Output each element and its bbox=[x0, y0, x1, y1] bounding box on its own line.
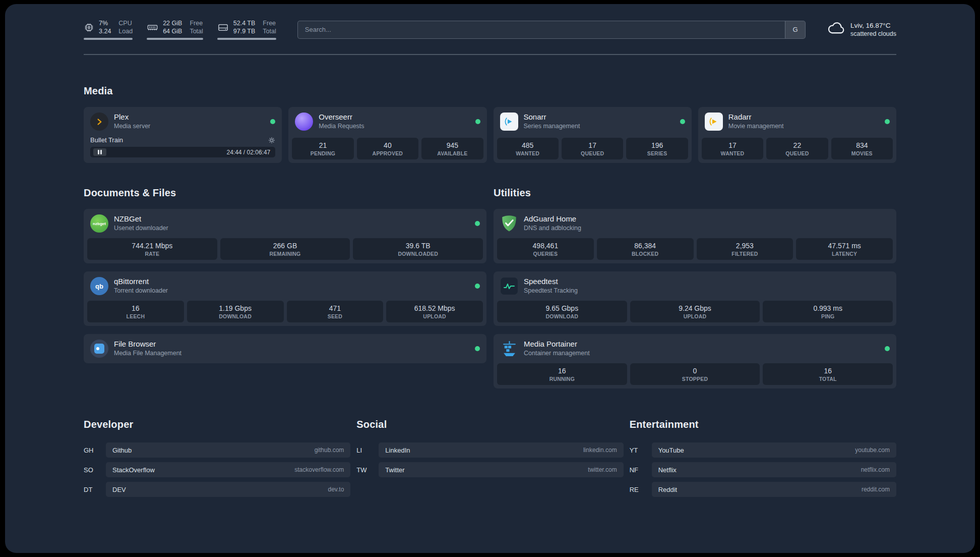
memory-total-label: Total bbox=[190, 27, 203, 35]
memory-widget: 22 GiB Free 64 GiB Total bbox=[147, 19, 203, 40]
disk-total-value: 97.9 TB bbox=[233, 27, 256, 35]
service-title: Media Portainer bbox=[524, 340, 590, 349]
status-online-dot bbox=[475, 221, 480, 226]
stat-latency: 47.571 ms LATENCY bbox=[796, 238, 893, 260]
stat-queued: 22 QUEUED bbox=[766, 138, 828, 159]
speedtest-service-link[interactable]: Speedtest Speedtest Tracking bbox=[494, 271, 896, 301]
search-provider-button[interactable]: G bbox=[785, 21, 805, 38]
service-title: AdGuard Home bbox=[524, 214, 581, 224]
filebrowser-icon bbox=[90, 340, 108, 358]
stat-running: 16 RUNNING bbox=[497, 363, 627, 385]
qbittorrent-stats: 16 LEECH 1.19 Gbps DOWNLOAD 471 SEED 618… bbox=[84, 301, 486, 326]
stat-queries: 498,461 QUERIES bbox=[497, 238, 594, 260]
portainer-service-link[interactable]: Media Portainer Container management bbox=[494, 334, 896, 363]
nzbget-service-link[interactable]: nzbget NZBGet Usenet downloader bbox=[84, 209, 486, 238]
filebrowser-service-link[interactable]: File Browser Media File Management bbox=[84, 334, 486, 363]
cloud-icon bbox=[827, 21, 845, 37]
service-card-sonarr: Sonarr Series management 485 WANTED 17 Q… bbox=[494, 107, 692, 163]
documents-section: Documents & Files nzbget NZBGet Usenet d… bbox=[84, 187, 486, 363]
memory-usage-bar bbox=[147, 38, 203, 40]
status-online-dot bbox=[885, 346, 890, 351]
pause-button[interactable] bbox=[93, 148, 106, 156]
section-heading-documents: Documents & Files bbox=[84, 187, 486, 199]
memory-total-value: 64 GiB bbox=[163, 27, 182, 35]
bookmark-stackoverflow[interactable]: StackOverflow stackoverflow.com bbox=[106, 462, 350, 477]
disk-widget: 52.4 TB Free 97.9 TB Total bbox=[217, 19, 276, 40]
overseerr-service-link[interactable]: Overseerr Media Requests bbox=[288, 107, 486, 136]
stat-filtered: 2,953 FILTERED bbox=[697, 238, 793, 260]
bookmark-abbr: GH bbox=[84, 447, 106, 454]
stat-rate: 744.21 Mbps RATE bbox=[87, 238, 217, 260]
media-section: Media Plex Media server Bullet Train bbox=[84, 85, 896, 163]
disk-icon bbox=[217, 22, 229, 33]
stat-upload: 618.52 Mbps UPLOAD bbox=[386, 301, 483, 322]
section-heading-utilities: Utilities bbox=[494, 187, 896, 199]
stat-download: 9.65 Gbps DOWNLOAD bbox=[497, 301, 627, 322]
speedtest-graph-icon bbox=[500, 277, 518, 295]
entertainment-section: Entertainment YT YouTube youtube.com NF … bbox=[630, 419, 896, 502]
bookmark-row: DT DEV dev.to bbox=[84, 482, 350, 497]
service-subtitle: Usenet downloader bbox=[114, 225, 168, 233]
now-playing-title: Bullet Train bbox=[90, 136, 123, 144]
portainer-crane-icon bbox=[500, 340, 518, 358]
service-title: File Browser bbox=[114, 340, 181, 349]
stat-download: 1.19 Gbps DOWNLOAD bbox=[187, 301, 284, 322]
stat-available: 945 AVAILABLE bbox=[421, 138, 483, 159]
stat-wanted: 17 WANTED bbox=[702, 138, 763, 159]
bookmark-dev[interactable]: DEV dev.to bbox=[106, 482, 350, 497]
stat-queued: 17 QUEUED bbox=[562, 138, 623, 159]
radarr-stats: 17 WANTED 22 QUEUED 834 MOVIES bbox=[698, 138, 896, 163]
memory-free-label: Free bbox=[190, 19, 203, 27]
section-heading-social: Social bbox=[356, 419, 623, 430]
disk-usage-bar bbox=[217, 38, 276, 40]
plex-icon bbox=[90, 113, 108, 131]
bookmark-youtube[interactable]: YouTube youtube.com bbox=[652, 442, 896, 458]
sonarr-service-link[interactable]: Sonarr Series management bbox=[494, 107, 692, 136]
section-heading-developer: Developer bbox=[84, 419, 350, 430]
bookmark-linkedin[interactable]: LinkedIn linkedin.com bbox=[379, 442, 623, 458]
radarr-service-link[interactable]: Radarr Movie management bbox=[698, 107, 896, 136]
topbar-divider bbox=[84, 54, 896, 55]
bookmark-abbr: NF bbox=[630, 466, 652, 474]
service-card-speedtest: Speedtest Speedtest Tracking 9.65 Gbps D… bbox=[494, 271, 896, 326]
memory-icon bbox=[147, 22, 158, 33]
bookmark-row: SO StackOverflow stackoverflow.com bbox=[84, 462, 350, 477]
playback-progress-bar[interactable]: 24:44 / 02:06:47 bbox=[90, 147, 275, 157]
cpu-widget: 7% CPU 3.24 Load bbox=[84, 19, 133, 40]
nzbget-stats: 744.21 Mbps RATE 266 GB REMAINING 39.6 T… bbox=[84, 238, 486, 263]
service-subtitle: Speedtest Tracking bbox=[524, 287, 578, 295]
service-title: Speedtest bbox=[524, 277, 578, 286]
stat-remaining: 266 GB REMAINING bbox=[220, 238, 350, 260]
disk-free-value: 52.4 TB bbox=[233, 19, 256, 27]
status-online-dot bbox=[475, 346, 480, 351]
adguard-service-link[interactable]: AdGuard Home DNS and adblocking bbox=[494, 209, 896, 238]
bookmark-twitter[interactable]: Twitter twitter.com bbox=[379, 462, 623, 477]
cpu-usage-bar bbox=[84, 38, 133, 40]
sonarr-icon bbox=[500, 113, 518, 131]
search-input[interactable] bbox=[298, 21, 785, 38]
cpu-percent: 7% bbox=[99, 19, 111, 27]
utilities-section: Utilities AdGuard Home bbox=[494, 187, 896, 388]
disk-total-label: Total bbox=[263, 27, 276, 35]
disk-free-label: Free bbox=[263, 19, 276, 27]
service-title: qBittorrent bbox=[114, 277, 168, 286]
weather-location: Lviv, 16.87°C bbox=[850, 21, 896, 30]
service-title: Overseerr bbox=[319, 113, 364, 122]
bookmark-netflix[interactable]: Netflix netflix.com bbox=[652, 462, 896, 477]
service-subtitle: Media server bbox=[114, 123, 150, 131]
cpu-load-label: Load bbox=[118, 27, 133, 35]
cpu-label: CPU bbox=[118, 19, 133, 27]
bookmark-row: GH Github github.com bbox=[84, 442, 350, 458]
bookmark-reddit[interactable]: Reddit reddit.com bbox=[652, 482, 896, 497]
qbittorrent-service-link[interactable]: qb qBittorrent Torrent downloader bbox=[84, 271, 486, 301]
gear-icon[interactable] bbox=[268, 137, 275, 144]
stat-upload: 9.24 Gbps UPLOAD bbox=[630, 301, 760, 322]
service-subtitle: Series management bbox=[524, 123, 580, 131]
qbittorrent-icon: qb bbox=[90, 277, 108, 295]
plex-service-link[interactable]: Plex Media server bbox=[84, 107, 282, 136]
bookmark-github[interactable]: Github github.com bbox=[106, 442, 350, 458]
stat-blocked: 86,384 BLOCKED bbox=[597, 238, 694, 260]
content: 7% CPU 3.24 Load 22 GiB Free 64 bbox=[5, 4, 975, 553]
bookmark-row: YT YouTube youtube.com bbox=[630, 442, 896, 458]
section-heading-media: Media bbox=[84, 85, 896, 97]
